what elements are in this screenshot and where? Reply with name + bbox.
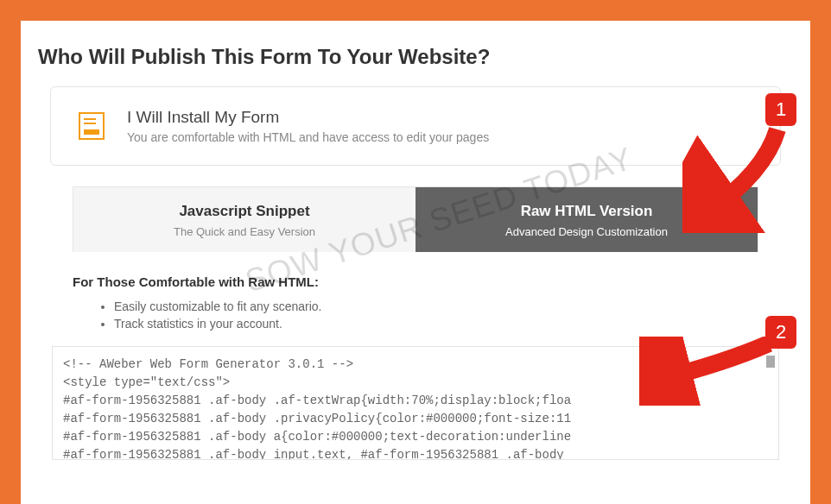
list-item: Track statistics in your account. bbox=[114, 317, 758, 331]
raw-html-code-textarea[interactable]: <!-- AWeber Web Form Generator 3.0.1 -->… bbox=[52, 346, 779, 460]
install-my-form-option[interactable]: I Will Install My Form You are comfortab… bbox=[50, 86, 781, 166]
tab-raw-subtitle: Advanced Design Customization bbox=[424, 225, 749, 238]
feature-list: Easily customizable to fit any scenario.… bbox=[114, 299, 758, 331]
section-heading: For Those Comfortable with Raw HTML: bbox=[73, 274, 758, 289]
main-card: Who Will Publish This Form To Your Websi… bbox=[21, 21, 810, 504]
tab-js-title: Javascript Snippet bbox=[82, 203, 407, 220]
tab-raw-html[interactable]: Raw HTML Version Advanced Design Customi… bbox=[416, 187, 758, 252]
svg-rect-3 bbox=[84, 129, 99, 135]
page-title: Who Will Publish This Form To Your Websi… bbox=[21, 21, 810, 86]
install-title: I Will Install My Form bbox=[127, 108, 489, 127]
install-subtitle: You are comfortable with HTML and have a… bbox=[127, 130, 489, 144]
code-content: <!-- AWeber Web Form Generator 3.0.1 -->… bbox=[63, 357, 571, 460]
scrollbar-thumb[interactable] bbox=[766, 356, 775, 368]
tab-raw-title: Raw HTML Version bbox=[424, 203, 749, 220]
tab-javascript-snippet[interactable]: Javascript Snippet The Quick and Easy Ve… bbox=[73, 187, 416, 252]
form-icon bbox=[75, 110, 108, 142]
version-tabs: Javascript Snippet The Quick and Easy Ve… bbox=[73, 186, 758, 252]
list-item: Easily customizable to fit any scenario. bbox=[114, 299, 758, 313]
tab-js-subtitle: The Quick and Easy Version bbox=[82, 225, 407, 238]
install-text: I Will Install My Form You are comfortab… bbox=[127, 108, 489, 144]
svg-rect-0 bbox=[79, 113, 104, 139]
raw-html-section: For Those Comfortable with Raw HTML: Eas… bbox=[73, 274, 758, 331]
